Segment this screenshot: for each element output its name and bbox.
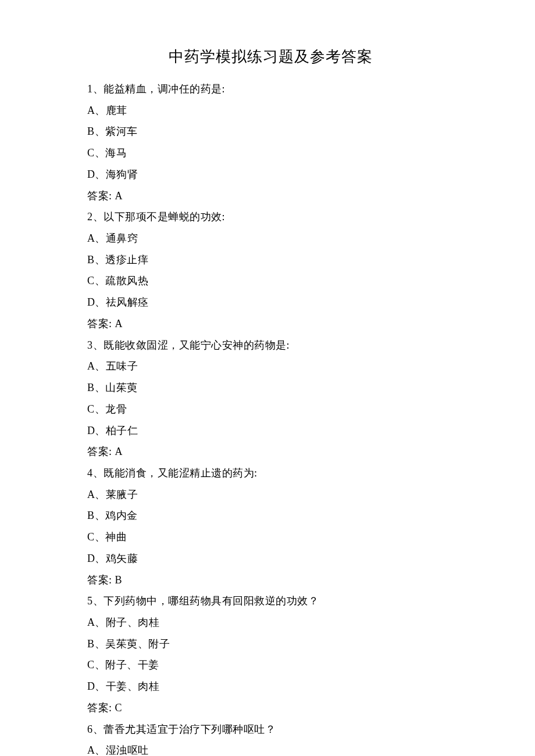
option-line: A、湿浊呕吐 xyxy=(87,740,454,756)
option-line: A、五味子 xyxy=(87,356,454,377)
option-line: B、紫河车 xyxy=(87,121,454,142)
question-text: 4、既能消食，又能涩精止遗的药为: xyxy=(87,463,454,484)
option-line: C、附子、干姜 xyxy=(87,654,454,676)
question-block: 2、以下那项不是蝉蜕的功效:A、通鼻窍B、透疹止痒C、疏散风热D、祛风解痉答案:… xyxy=(87,206,454,334)
option-line: A、附子、肉桂 xyxy=(87,612,454,633)
option-line: B、鸡内金 xyxy=(87,505,454,526)
option-line: D、海狗肾 xyxy=(87,164,454,185)
option-line: D、干姜、肉桂 xyxy=(87,676,454,697)
option-line: C、神曲 xyxy=(87,526,454,548)
question-block: 6、蕾香尤其适宜于治疗下列哪种呕吐？A、湿浊呕吐 xyxy=(87,719,454,756)
option-line: A、莱腋子 xyxy=(87,484,454,506)
option-line: D、鸡矢藤 xyxy=(87,548,454,569)
option-line: C、海马 xyxy=(87,142,454,164)
question-text: 5、下列药物中，哪组药物具有回阳救逆的功效？ xyxy=(87,590,454,612)
answer-line: 答案: B xyxy=(87,569,454,591)
option-line: D、柏子仁 xyxy=(87,420,454,442)
option-line: A、鹿茸 xyxy=(87,100,454,121)
answer-line: 答案: A xyxy=(87,441,454,463)
question-text: 1、能益精血，调冲任的药是: xyxy=(87,78,454,100)
option-line: A、通鼻窍 xyxy=(87,228,454,249)
question-block: 1、能益精血，调冲任的药是:A、鹿茸B、紫河车C、海马D、海狗肾答案: A xyxy=(87,78,454,206)
option-line: D、祛风解痉 xyxy=(87,292,454,313)
answer-line: 答案: A xyxy=(87,185,454,207)
questions-container: 1、能益精血，调冲任的药是:A、鹿茸B、紫河车C、海马D、海狗肾答案: A2、以… xyxy=(87,78,454,756)
option-line: B、吴茱萸、附子 xyxy=(87,633,454,655)
question-block: 5、下列药物中，哪组药物具有回阳救逆的功效？A、附子、肉桂B、吴茱萸、附子C、附… xyxy=(87,590,454,718)
answer-line: 答案: C xyxy=(87,697,454,719)
question-text: 2、以下那项不是蝉蜕的功效: xyxy=(87,206,454,228)
page-title: 中药学模拟练习题及参考答案 xyxy=(87,46,454,67)
option-line: B、透疹止痒 xyxy=(87,249,454,271)
option-line: B、山茱萸 xyxy=(87,377,454,399)
question-text: 6、蕾香尤其适宜于治疗下列哪种呕吐？ xyxy=(87,719,454,740)
answer-line: 答案: A xyxy=(87,313,454,335)
question-block: 3、既能收敛固涩，又能宁心安神的药物是:A、五味子B、山茱萸C、龙骨D、柏子仁答… xyxy=(87,335,454,463)
question-text: 3、既能收敛固涩，又能宁心安神的药物是: xyxy=(87,335,454,356)
question-block: 4、既能消食，又能涩精止遗的药为:A、莱腋子B、鸡内金C、神曲D、鸡矢藤答案: … xyxy=(87,463,454,590)
option-line: C、疏散风热 xyxy=(87,270,454,292)
option-line: C、龙骨 xyxy=(87,399,454,420)
